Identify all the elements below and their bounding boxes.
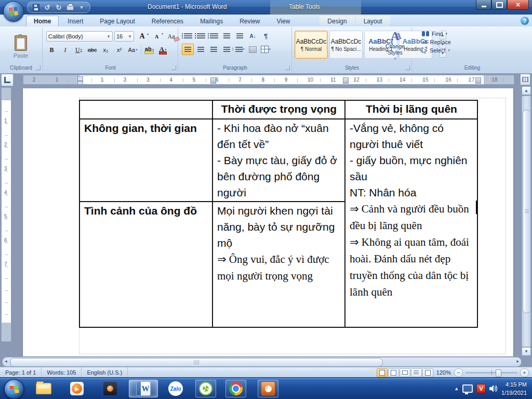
start-button[interactable]	[4, 379, 24, 399]
scroll-left-button[interactable]: ◂	[5, 358, 7, 364]
italic-button[interactable]: I	[59, 44, 72, 56]
zoom-slider-track[interactable]	[466, 372, 517, 374]
close-button[interactable]: ×	[507, 0, 529, 10]
tab-mailings[interactable]: Mailings	[192, 16, 231, 26]
borders-button[interactable]: ▾	[260, 44, 272, 55]
zoom-in-button[interactable]: +	[520, 368, 529, 377]
media-player-button[interactable]: ▶	[66, 380, 87, 397]
find-button[interactable]: Find ▾	[422, 31, 451, 37]
tab-home[interactable]: Home	[26, 16, 59, 26]
restore-button[interactable]	[491, 0, 507, 10]
vertical-scrollbar[interactable]: ▲ ▼	[522, 86, 531, 356]
row2-col2-cell[interactable]: Mọi người khen ngợi tài năng, bày tỏ sự …	[212, 202, 345, 327]
tab-page-layout[interactable]: Page Layout	[92, 16, 142, 26]
horizontal-ruler[interactable]: 12123456789101112131415161718	[23, 75, 514, 85]
font-color-button[interactable]: A▾	[156, 44, 169, 56]
grow-font-button[interactable]: A▴	[136, 31, 149, 42]
header-cell-trong-vong[interactable]: Thời được trọng vọng	[212, 100, 345, 119]
align-center-button[interactable]	[195, 44, 207, 55]
full-screen-view-button[interactable]	[388, 368, 399, 377]
file-explorer-button[interactable]	[33, 380, 54, 397]
hscroll-thumb[interactable]	[10, 358, 383, 367]
quick-print-button[interactable]	[66, 3, 74, 11]
table-column-marker[interactable]	[475, 77, 481, 84]
tab-design[interactable]: Design	[320, 16, 354, 26]
subscript-button[interactable]: x₂	[99, 44, 112, 56]
vscroll-thumb[interactable]	[523, 110, 531, 313]
tab-review[interactable]: Review	[232, 16, 268, 26]
coccoc-button[interactable]	[195, 380, 216, 397]
tab-stop-selector[interactable]	[1, 74, 14, 86]
change-case-button[interactable]: Aa▾	[126, 44, 139, 56]
scroll-up-button[interactable]: ▲	[522, 86, 531, 95]
superscript-button[interactable]: x²	[113, 44, 126, 56]
font-name-combo[interactable]: Calibri (Body)▼	[46, 31, 113, 42]
scroll-down-button[interactable]: ▼	[522, 347, 531, 356]
powerpoint-button[interactable]	[258, 380, 278, 397]
row1-col2-cell[interactable]: - Khi hoa đào nở “xuân đến tết về” - Bày…	[212, 119, 345, 202]
font-size-combo[interactable]: 16▼	[114, 31, 134, 42]
vscroll-track[interactable]	[522, 96, 531, 347]
zoom-level[interactable]: 120%	[436, 369, 451, 376]
print-layout-view-button[interactable]	[377, 368, 388, 377]
zoom-slider-thumb[interactable]	[496, 369, 501, 377]
dark-app-button[interactable]	[100, 380, 121, 397]
show-hide-marks-button[interactable]: ¶	[260, 30, 272, 42]
align-right-button[interactable]	[208, 44, 220, 55]
paste-button[interactable]: Paste	[7, 31, 34, 63]
justify-button[interactable]	[221, 44, 233, 55]
numbering-button[interactable]	[195, 30, 207, 42]
clear-formatting-button[interactable]: Aa	[165, 31, 178, 42]
draft-view-button[interactable]	[422, 368, 433, 377]
vietkey-tray-icon[interactable]: V	[476, 384, 486, 393]
table-column-marker[interactable]	[343, 77, 349, 84]
shrink-font-button[interactable]: A▾	[150, 31, 163, 42]
first-line-indent-marker[interactable]	[77, 76, 83, 81]
help-button[interactable]: ?	[521, 17, 529, 25]
web-layout-view-button[interactable]	[400, 368, 410, 377]
styles-dialog-launcher[interactable]	[405, 65, 410, 70]
font-dialog-launcher[interactable]	[171, 65, 176, 70]
multilevel-list-button[interactable]	[208, 30, 220, 42]
header-cell-empty[interactable]	[79, 100, 212, 119]
minimize-button[interactable]	[476, 0, 491, 10]
word-taskbar-button[interactable]: W	[129, 380, 158, 397]
speaker-icon[interactable]	[489, 385, 498, 392]
content-table[interactable]: Thời được trọng vọng Thời bị lãng quên K…	[79, 100, 478, 328]
page-count-status[interactable]: Page: 1 of 1	[0, 367, 42, 378]
scroll-right-button[interactable]: ▸	[516, 358, 519, 364]
replace-button[interactable]: ab Replace	[422, 39, 451, 45]
decrease-indent-button[interactable]	[221, 30, 233, 42]
tab-insert[interactable]: Insert	[60, 16, 91, 26]
network-tray-icon[interactable]	[462, 384, 473, 393]
increase-indent-button[interactable]	[234, 30, 246, 42]
undo-button[interactable]: ↺	[43, 3, 51, 11]
customize-qat-button[interactable]: ▾	[77, 3, 86, 11]
row-label-cell[interactable]: Tình cảnh của ông đồ	[79, 202, 212, 327]
outline-view-button[interactable]	[411, 368, 422, 377]
bullets-button[interactable]	[182, 30, 194, 42]
zalo-button[interactable]: Zalo	[165, 380, 186, 397]
shading-button[interactable]	[247, 44, 259, 55]
clipboard-dialog-launcher[interactable]	[36, 65, 41, 70]
document-page[interactable]: Thời được trọng vọng Thời bị lãng quên K…	[23, 88, 513, 356]
save-button[interactable]	[32, 3, 40, 11]
zoom-out-button[interactable]: −	[454, 368, 463, 377]
tab-view[interactable]: View	[269, 16, 298, 26]
underline-button[interactable]: U▾	[72, 44, 85, 56]
text-highlight-button[interactable]: ab▾	[143, 44, 156, 56]
align-left-button[interactable]	[182, 44, 194, 55]
language-status[interactable]: English (U.S.)	[82, 367, 128, 378]
paragraph-dialog-launcher[interactable]	[285, 65, 290, 70]
strikethrough-button[interactable]: abc	[86, 44, 99, 56]
line-spacing-button[interactable]: ▾	[234, 44, 246, 55]
change-styles-button[interactable]: AAChange Styles▾	[381, 30, 409, 62]
sort-button[interactable]: A↓	[247, 30, 259, 42]
style-no-spacing[interactable]: AaBbCcDc ¶ No Spaci...	[329, 31, 363, 59]
style-normal[interactable]: AaBbCcDc ¶ Normal	[295, 31, 328, 59]
col3-merged-cell[interactable]: -Vắng vẻ, không có người thuê viết - giấ…	[345, 119, 477, 327]
row-label-cell[interactable]: Không gian, thời gian	[79, 119, 212, 202]
bold-button[interactable]: B	[45, 44, 58, 56]
tab-layout[interactable]: Layout	[356, 16, 390, 26]
show-hidden-icons-button[interactable]: ▲	[454, 386, 459, 391]
